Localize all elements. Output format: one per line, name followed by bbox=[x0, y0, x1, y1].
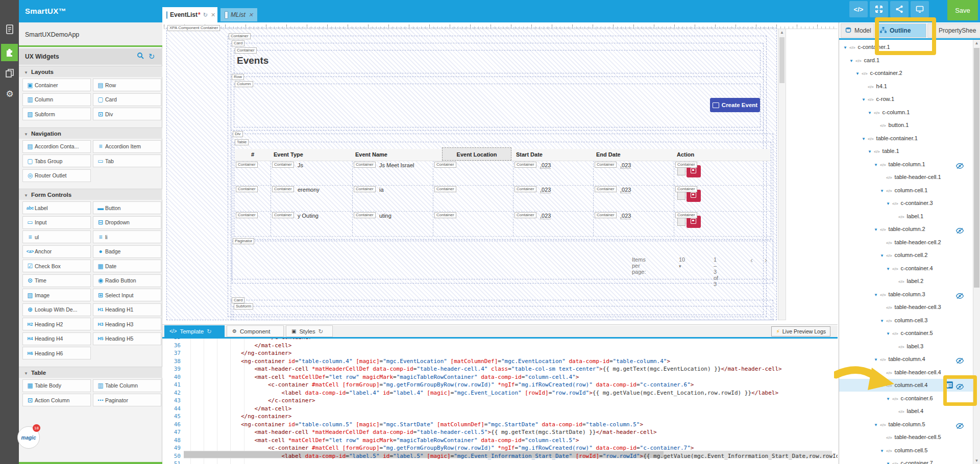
code-line[interactable]: <mat-header-cell *matHeaderCellDef data-… bbox=[187, 366, 782, 372]
table-cell[interactable]: Container bbox=[235, 185, 271, 211]
settings-gear-icon[interactable]: ⚙ bbox=[4, 88, 16, 100]
section-header-navigation[interactable]: ▼Navigation bbox=[19, 127, 162, 139]
close-icon[interactable]: ✕ bbox=[211, 12, 215, 18]
tree-node-label.4[interactable]: </>label.4 bbox=[839, 405, 973, 418]
code-line[interactable]: </ng-container> bbox=[187, 350, 291, 356]
widgets-puzzle-icon[interactable] bbox=[4, 46, 16, 59]
container2-chip[interactable]: Container bbox=[235, 47, 257, 54]
table-cell[interactable]: Containereremony bbox=[271, 185, 352, 211]
chevron-expanded-icon[interactable]: ▼ bbox=[874, 223, 880, 236]
chevron-expanded-icon[interactable]: ▼ bbox=[880, 315, 886, 327]
container-chip[interactable]: Container bbox=[272, 162, 294, 168]
code-line[interactable]: <mat-header-cell *matHeaderCellDef data-… bbox=[187, 429, 657, 435]
container-chip[interactable]: Container bbox=[272, 212, 294, 218]
widget-input[interactable]: ▭Input bbox=[22, 216, 91, 229]
row-chip[interactable]: Row bbox=[232, 74, 244, 80]
chevron-expanded-icon[interactable]: ▼ bbox=[880, 445, 886, 457]
create-event-button[interactable]: Create Event bbox=[710, 98, 760, 112]
widget-action-column[interactable]: ⊡Action Column bbox=[22, 394, 91, 406]
table-cell[interactable]: Container bbox=[674, 211, 770, 236]
live-preview-logs-button[interactable]: ⚡ Live Preview Logs bbox=[771, 326, 830, 337]
widget-tab[interactable]: ▭Tab bbox=[93, 154, 161, 167]
search-icon[interactable] bbox=[136, 52, 145, 61]
refresh-icon[interactable]: ↻ bbox=[147, 52, 156, 61]
widget-column[interactable]: ▥Column bbox=[22, 93, 91, 106]
container-chip[interactable]: Container bbox=[514, 162, 536, 168]
chevron-expanded-icon[interactable]: ▼ bbox=[849, 55, 855, 67]
widget-dropdown[interactable]: ⊟Dropdown bbox=[93, 216, 161, 229]
chevron-expanded-icon[interactable]: ▼ bbox=[874, 289, 880, 301]
share-button[interactable] bbox=[890, 1, 909, 17]
table-cell[interactable]: Container,023 bbox=[593, 161, 674, 185]
chevron-expanded-icon[interactable]: ▼ bbox=[862, 133, 868, 145]
container-chip[interactable]: Container bbox=[434, 162, 456, 168]
paginator-chip[interactable]: Paginator bbox=[233, 238, 254, 244]
visibility-eye-icon[interactable] bbox=[955, 291, 964, 298]
table-cell[interactable]: Container bbox=[235, 161, 271, 185]
section-header-table[interactable]: ▼Table bbox=[19, 367, 162, 378]
widget-heading-h1[interactable]: H1Heading H1 bbox=[93, 303, 161, 316]
document-icon[interactable] bbox=[4, 23, 16, 36]
column-chip[interactable]: Column bbox=[235, 81, 253, 87]
container-chip[interactable]: Container bbox=[354, 186, 376, 192]
widget-badge[interactable]: ●Badge bbox=[93, 245, 161, 258]
tree-node-card.1[interactable]: ▼</>card.1 bbox=[839, 54, 973, 67]
panel-tab-model[interactable]: Model bbox=[841, 23, 874, 38]
table-cell[interactable]: Container,023 bbox=[513, 211, 593, 236]
visibility-eye-icon[interactable] bbox=[955, 421, 964, 428]
tree-node-label.3[interactable]: </>label.3 bbox=[839, 340, 973, 353]
widget-heading-h3[interactable]: H3Heading H3 bbox=[93, 318, 161, 330]
chevron-expanded-icon[interactable]: ▼ bbox=[868, 145, 874, 158]
section-header-form-controls[interactable]: ▼Form Controls bbox=[19, 189, 162, 200]
code-line[interactable]: <label data-comp-id="label.4" id="label.… bbox=[187, 390, 778, 396]
tree-node-c-container.3[interactable]: ▼</>c-container.3 bbox=[839, 197, 973, 210]
code-line[interactable]: <c-container #matCell [formGroup]="mg.ge… bbox=[187, 381, 694, 388]
tree-node-c-container.4[interactable]: ▼</>c-container.4 bbox=[839, 262, 973, 275]
table-cell[interactable]: Container bbox=[674, 185, 770, 211]
tree-node-table-header-cell.3[interactable]: </>table-header-cell.3 bbox=[839, 301, 973, 314]
chevron-expanded-icon[interactable]: ▼ bbox=[874, 419, 880, 431]
container-chip[interactable]: Container bbox=[514, 186, 536, 192]
table-cell[interactable]: Container bbox=[433, 185, 513, 211]
widget-button[interactable]: ▬Button bbox=[93, 201, 161, 214]
container-chip[interactable]: Container bbox=[434, 186, 456, 192]
code-line[interactable]: </mat-cell> bbox=[187, 342, 291, 349]
tree-node-table-container.1[interactable]: ▼</>table-container.1 bbox=[839, 132, 973, 145]
widget-image[interactable]: ▧Image bbox=[22, 289, 91, 301]
tree-node-table-header-cell.1[interactable]: </>table-header-cell.1 bbox=[839, 171, 973, 184]
container-chip[interactable]: Container bbox=[434, 212, 456, 218]
widget-paginator[interactable]: ⋯Paginator bbox=[93, 394, 161, 406]
column-header-end-date[interactable]: End Date bbox=[593, 149, 674, 161]
column-header--[interactable]: # bbox=[235, 149, 271, 161]
refresh-icon[interactable]: ↻ bbox=[207, 328, 212, 335]
tree-node-column-cell.5[interactable]: ▼</>column-cell.5 bbox=[839, 444, 973, 457]
editor-tab-template[interactable]: </>Template↻ bbox=[164, 325, 225, 337]
column-header-start-date[interactable]: Start Date bbox=[513, 149, 593, 161]
previous-page-icon[interactable]: ‹ bbox=[750, 255, 753, 264]
code-line[interactable]: <label data-comp-id="label.5" id="label.… bbox=[187, 453, 838, 459]
tree-node-label.2[interactable]: </>label.2 bbox=[839, 275, 973, 288]
tree-node-table-column.1[interactable]: ▼</>table-column.1 bbox=[839, 158, 973, 171]
container-chip[interactable]: Container bbox=[675, 212, 697, 218]
page-size-select[interactable]: 10 ▾ bbox=[679, 256, 685, 269]
pages-icon[interactable] bbox=[4, 67, 16, 80]
tree-node-c-container.2[interactable]: ▼</>c-container.2 bbox=[839, 67, 973, 80]
app-name[interactable]: SmartUXDemoApp bbox=[19, 22, 162, 47]
tree-node-column-cell.1[interactable]: ▼</>column-cell.1 bbox=[839, 184, 973, 197]
widget-accordion-item[interactable]: ≡Accordion Item bbox=[93, 140, 161, 153]
next-page-icon[interactable]: › bbox=[765, 255, 767, 264]
code-editor[interactable]: 35 </c-container>36 </mat-cell>37 </ng-c… bbox=[162, 339, 838, 464]
container-chip[interactable]: Container bbox=[272, 186, 294, 192]
table-cell[interactable]: Container bbox=[433, 161, 513, 185]
tree-node-h4.1[interactable]: </>h4.1 bbox=[839, 80, 973, 93]
table-cell[interactable]: Containeruting bbox=[352, 211, 433, 236]
widget-lookup-with-de-[interactable]: ⊕Lookup With De... bbox=[22, 303, 91, 316]
widget-table-body[interactable]: ▦Table Body bbox=[22, 379, 91, 392]
tab-mlist[interactable]: MList ✕ bbox=[220, 8, 257, 21]
card-chip[interactable]: Card bbox=[232, 40, 244, 46]
widget-check-box[interactable]: ☑Check Box bbox=[22, 260, 91, 272]
tree-node-c-column.1[interactable]: ▼</>c-column.1 bbox=[839, 106, 973, 119]
widget-time[interactable]: ⊙Time bbox=[22, 274, 91, 287]
container-chip[interactable]: Container bbox=[514, 212, 536, 218]
widget-radio-button[interactable]: ◉Radio Button bbox=[93, 274, 161, 287]
